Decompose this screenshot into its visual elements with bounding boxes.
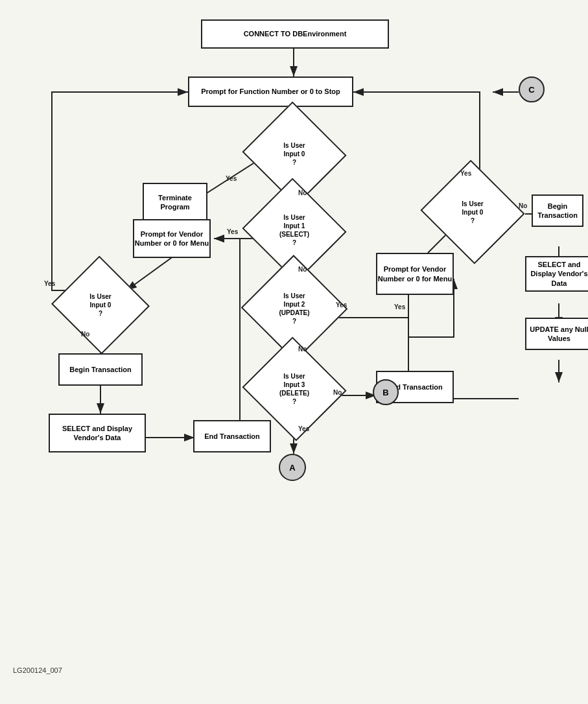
circle-b: B bbox=[373, 379, 399, 405]
label-yes-user0right: Yes bbox=[460, 170, 471, 177]
connect-box: CONNECT TO DBEnvironment bbox=[201, 19, 389, 49]
label-yes-user2: Yes bbox=[336, 301, 347, 309]
prompt-fn-box: Prompt for Function Number or 0 to Stop bbox=[188, 76, 353, 107]
is-user0-right-diamond: Is UserInput 0? bbox=[434, 176, 511, 248]
label-no-left: No bbox=[81, 331, 89, 338]
terminate-box: Terminate Program bbox=[143, 183, 207, 222]
update-null-box: UPDATE any Null Values bbox=[525, 318, 588, 350]
label-yes-vendorright: Yes bbox=[394, 303, 405, 311]
prompt-vendor-mid-box: Prompt for Vendor Number or 0 for Menu bbox=[133, 219, 211, 258]
is-user0-left-diamond: Is UserInput 0? bbox=[65, 271, 136, 339]
label-yes-user1: Yes bbox=[227, 228, 238, 235]
label-no-user0right: No bbox=[519, 202, 527, 209]
caption: LG200124_007 bbox=[13, 666, 62, 674]
begin-tx-right-box: Begin Transaction bbox=[532, 194, 583, 227]
circle-a: A bbox=[279, 454, 306, 481]
is-user0-top-diamond: Is UserInput 0? bbox=[256, 118, 333, 189]
is-user2-update-diamond: Is UserInput 2(UPDATE)? bbox=[256, 271, 333, 346]
flowchart-container: CONNECT TO DBEnvironment Prompt for Func… bbox=[0, 0, 588, 681]
end-tx-left-box: End Transaction bbox=[193, 420, 271, 452]
prompt-vendor-right-box: Prompt for Vendor Number or 0 for Menu bbox=[376, 253, 454, 295]
label-no-user3: No bbox=[333, 389, 342, 396]
label-yes-left: Yes bbox=[44, 280, 55, 287]
select-right-box: SELECT and Display Vendor's Data bbox=[525, 256, 588, 292]
circle-c: C bbox=[519, 76, 545, 102]
label-yes-user3: Yes bbox=[298, 425, 309, 432]
begin-tx-left-box: Begin Transaction bbox=[58, 353, 143, 386]
label-no-user0top: No bbox=[298, 189, 307, 196]
label-yes-terminate: Yes bbox=[226, 175, 237, 182]
label-no-user2: No bbox=[298, 346, 307, 353]
label-no-user1: No bbox=[298, 266, 307, 273]
is-user3-delete-diamond: Is UserInput 3(DELETE)? bbox=[256, 353, 333, 425]
select-left-box: SELECT and Display Vendor's Data bbox=[49, 414, 146, 452]
